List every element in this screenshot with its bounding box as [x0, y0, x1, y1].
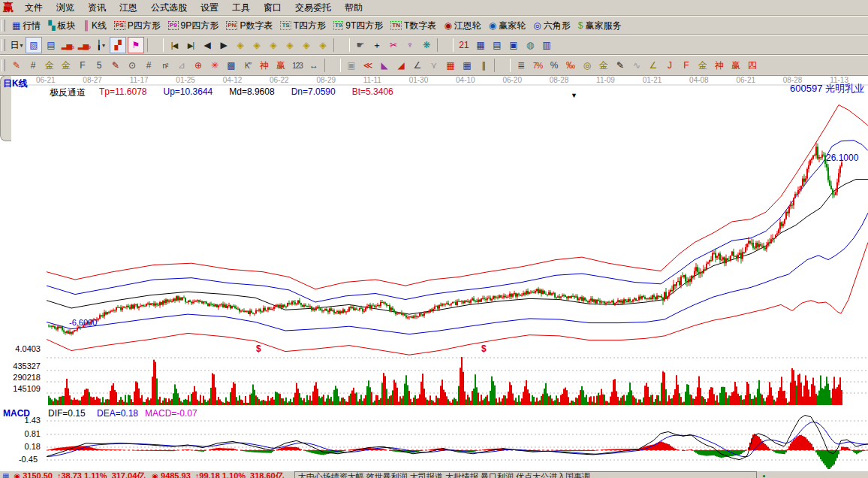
- menu-item[interactable]: 帮助: [338, 1, 369, 14]
- menu-item[interactable]: 窗口: [257, 1, 288, 14]
- comb-gold-2-icon[interactable]: 金: [59, 58, 74, 73]
- toolbar-grip[interactable]: [2, 20, 5, 32]
- bars-9-icon[interactable]: ▂▅₉: [77, 38, 92, 53]
- angle-f-icon[interactable]: F: [679, 58, 694, 73]
- menu-item[interactable]: 江恩: [113, 1, 144, 14]
- candle-style-dropdown[interactable]: ╽: [93, 38, 108, 53]
- menu-item[interactable]: 资讯: [81, 1, 113, 14]
- set-square-icon[interactable]: ⊿: [174, 58, 189, 73]
- pattern-icon[interactable]: ▞: [110, 37, 126, 53]
- quotes-button[interactable]: ▦ 行情: [8, 19, 44, 33]
- compass-icon[interactable]: ⊙: [125, 58, 140, 73]
- toolbar-icon[interactable]: [437, 38, 454, 52]
- p-number-button[interactable]: PN P数字表: [222, 19, 276, 33]
- fan-red-2-icon[interactable]: ◢: [393, 58, 408, 73]
- target-circle-icon[interactable]: ⊕: [191, 58, 206, 73]
- fan-purple-icon[interactable]: ◣: [377, 58, 392, 73]
- calculator-icon[interactable]: ▦: [473, 38, 488, 53]
- comb-5-icon[interactable]: 5: [92, 58, 107, 73]
- steps-icon[interactable]: ≣: [514, 58, 529, 73]
- nav-prev-icon[interactable]: ◀: [200, 38, 215, 53]
- t9-square-button[interactable]: T9 9T四方形: [330, 19, 387, 33]
- toolbar-grip[interactable]: [2, 59, 5, 71]
- pen-tool-icon[interactable]: ✎: [9, 58, 24, 73]
- menu-item[interactable]: 工具: [225, 1, 257, 14]
- diamond-compress-h-icon[interactable]: ◈: [282, 38, 297, 53]
- grid-123-icon[interactable]: 123: [290, 58, 305, 73]
- grid-box-icon[interactable]: ▩: [224, 58, 239, 73]
- magic-tool-icon[interactable]: ♆: [402, 38, 417, 53]
- toolbar-grip[interactable]: [2, 39, 5, 51]
- crosshair-icon[interactable]: ＋: [369, 38, 384, 53]
- world-time-icon[interactable]: ◍: [523, 38, 538, 53]
- menu-item[interactable]: 公式选股: [144, 1, 194, 14]
- span-arrow-icon[interactable]: ↔: [306, 58, 321, 73]
- index-sz-icon[interactable]: ◉: [152, 471, 158, 478]
- toolbar-icon[interactable]: [333, 38, 350, 52]
- diamond-fit-all-icon[interactable]: ◈: [315, 38, 330, 53]
- menu-item[interactable]: 浏览: [50, 1, 81, 14]
- save-icon[interactable]: ▣: [506, 38, 521, 53]
- brain-tool-icon[interactable]: ❋: [419, 38, 434, 53]
- comb-ruler-icon[interactable]: #: [26, 58, 41, 73]
- comb-plain-icon[interactable]: #: [141, 58, 156, 73]
- pen-black-icon[interactable]: ✎: [613, 58, 628, 73]
- angle-shen-icon[interactable]: 神: [712, 58, 727, 73]
- grid-shen-icon[interactable]: 神: [257, 58, 272, 73]
- flag-icon[interactable]: ⚑: [128, 37, 144, 53]
- diamond-expand-v-icon[interactable]: ◈: [299, 38, 314, 53]
- t-number-button[interactable]: TN T数字表: [387, 19, 440, 33]
- diamond-pan-left-icon[interactable]: ◈: [233, 38, 248, 53]
- comb-f-icon[interactable]: F: [75, 58, 90, 73]
- percent-line-icon[interactable]: 7%: [530, 58, 545, 73]
- gann-wheel-button[interactable]: ◉ 江恩轮: [440, 19, 484, 33]
- diamond-expand-h-icon[interactable]: ◈: [266, 38, 281, 53]
- t-square-button[interactable]: TS T四方形: [276, 19, 330, 33]
- drawing-tool-icon[interactable]: [324, 59, 341, 72]
- lines-gold-icon[interactable]: 金: [596, 58, 611, 73]
- circle-gold-icon[interactable]: ◎: [580, 58, 595, 73]
- hand-pan-icon[interactable]: ☛: [353, 38, 368, 53]
- notepad-icon[interactable]: ▤: [490, 38, 505, 53]
- angle-rays-icon[interactable]: ∠: [410, 58, 425, 73]
- grid-ying-icon[interactable]: 赢: [273, 58, 288, 73]
- pen-ruler-icon[interactable]: ✎: [108, 58, 123, 73]
- star-grid-icon[interactable]: ✳: [207, 58, 222, 73]
- menu-item[interactable]: 交易委托: [288, 1, 338, 14]
- period-day-dropdown[interactable]: 日: [9, 38, 24, 53]
- angle-ying-icon[interactable]: 赢: [728, 58, 743, 73]
- kline-button[interactable]: ║ K线: [80, 19, 111, 33]
- p9-square-button[interactable]: P9 9P四方形: [164, 19, 222, 33]
- wave-icon[interactable]: ∿: [629, 58, 644, 73]
- winner-service-button[interactable]: $ 赢家服务: [574, 19, 625, 33]
- angle-j-icon[interactable]: J: [662, 58, 677, 73]
- angle-gold-icon[interactable]: ∠: [646, 58, 661, 73]
- hexagon-button[interactable]: ◎ 六角形: [529, 19, 574, 33]
- v-dotted-icon[interactable]: ⋎: [426, 58, 442, 73]
- winner-wheel-button[interactable]: ◉ 赢家轮: [485, 19, 529, 33]
- angle-si-icon[interactable]: 四: [745, 58, 760, 73]
- nav-last-icon[interactable]: ▶|: [183, 38, 198, 53]
- grid-blue-icon[interactable]: ▦: [460, 58, 475, 73]
- sectors-button[interactable]: ▚ 板块: [44, 19, 79, 33]
- toolbar-icon[interactable]: [147, 38, 164, 52]
- nav-first-icon[interactable]: |◀: [167, 38, 182, 53]
- news-ticker[interactable]: 大中心场绩资大幅 效世暴利润 大司报道 大批情报 暴口利润 优点大公进入国事调: [294, 471, 757, 478]
- grid-red-icon[interactable]: ▦: [443, 58, 458, 73]
- parallel-lines-icon[interactable]: ∥: [476, 58, 491, 73]
- remote-pc-icon[interactable]: ▥: [539, 38, 554, 53]
- angle-gold-2-icon[interactable]: 金: [695, 58, 710, 73]
- box-select-icon[interactable]: ▣: [344, 58, 359, 73]
- fan-red-icon[interactable]: ≪: [360, 58, 375, 73]
- calendar-21-icon[interactable]: 21: [457, 38, 472, 53]
- quote-table-icon[interactable]: ▦: [2, 471, 9, 478]
- diamond-pan-right-icon[interactable]: ◈: [249, 38, 264, 53]
- f10-info-icon[interactable]: ▤: [44, 38, 59, 53]
- p-square-button[interactable]: PS P四方形: [110, 19, 164, 33]
- indicator-name[interactable]: 极反通道: [50, 86, 86, 99]
- chart-area[interactable]: 日K线 06-2108-2711-1701-2504-1206-2208-291…: [0, 75, 868, 470]
- index-sh-icon[interactable]: ◉: [14, 471, 20, 478]
- menu-item[interactable]: 文件: [18, 1, 50, 14]
- stock-code-name[interactable]: 600597 光明乳业: [790, 82, 864, 95]
- drawing-tool-icon[interactable]: [494, 59, 511, 72]
